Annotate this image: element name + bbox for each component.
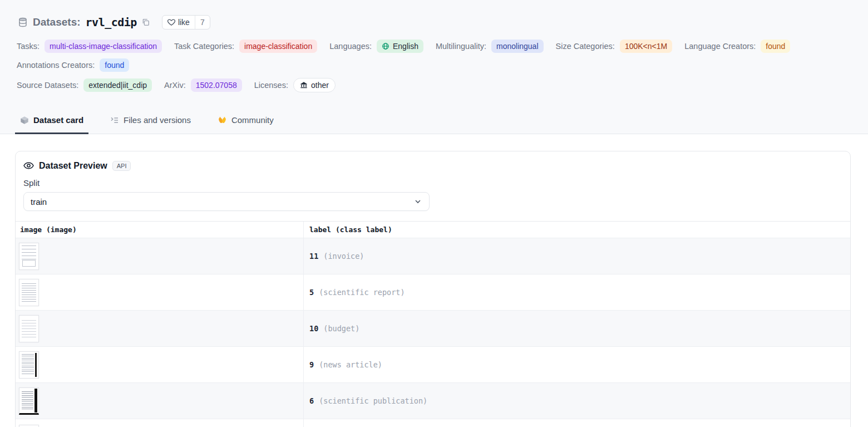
label-cell: 10 (budget) [304, 311, 850, 346]
copy-dataset-name-button[interactable] [141, 18, 150, 27]
tag-pill-label: other [311, 80, 329, 90]
tag-label: Language Creators: [684, 42, 756, 51]
eye-icon [23, 160, 34, 171]
news-article-document-thumbnail [19, 351, 39, 379]
dataset-preview-header: Dataset Preview API [16, 151, 850, 171]
column-header-label: label (class label) [304, 222, 850, 238]
label-number: 11 [309, 252, 318, 261]
tab-bar: Dataset card Files and versions Commun [0, 107, 868, 134]
tag-pill-languages[interactable]: English [377, 40, 423, 53]
cube-icon [20, 116, 29, 125]
tab-community[interactable]: Community [213, 107, 279, 134]
globe-icon [382, 42, 389, 50]
tag-group-tasks: Tasks: multi-class-image-classification [17, 40, 162, 53]
tag-pill-annotations-creators[interactable]: found [100, 58, 129, 72]
database-icon [18, 17, 28, 27]
dataset-name: rvl_cdip [86, 16, 137, 29]
tag-label: Tasks: [17, 42, 40, 51]
tag-group-licenses: Licenses: other [254, 78, 336, 92]
split-select[interactable]: train [23, 192, 430, 211]
table-row: 6 (scientific publication) [16, 383, 850, 419]
tag-label: Task Categories: [174, 42, 234, 51]
table-row: 10 (budget) [16, 311, 850, 347]
tag-pill-source-datasets[interactable]: extended|iit_cdip [83, 78, 152, 92]
tag-group-arxiv: ArXiv: 1502.07058 [164, 78, 242, 92]
scientific-report-document-thumbnail [19, 279, 39, 306]
versions-list-icon [110, 116, 119, 125]
image-cell [16, 347, 304, 382]
tags-row-2: Source Datasets: extended|iit_cdip ArXiv… [0, 78, 868, 94]
image-cell [16, 274, 304, 310]
license-bank-icon [300, 81, 308, 89]
split-label: Split [23, 178, 841, 188]
dataset-header: Datasets: rvl_cdip like 7 [0, 0, 868, 134]
label-class-name: (scientific report) [319, 288, 405, 297]
label-class-name: (budget) [323, 324, 359, 333]
image-cell [16, 383, 304, 419]
label-class-name: (scientific publication) [319, 396, 427, 405]
table-row-clipped [16, 419, 850, 427]
tag-group-languages: Languages: English [329, 40, 423, 53]
budget-document-thumbnail [19, 315, 39, 342]
label-cell: 5 (scientific report) [304, 274, 850, 310]
tags-row-1: Tasks: multi-class-image-classification … [0, 40, 868, 72]
main-content: Dataset Preview API Split train image (i… [0, 134, 868, 427]
label-number: 5 [309, 288, 314, 297]
tag-group-annotations-creators: Annotations Creators: found [17, 58, 129, 72]
table-row: 9 (news article) [16, 347, 850, 383]
table-row: 5 (scientific report) [16, 274, 850, 311]
tag-group-task-categories: Task Categories: image-classification [174, 40, 317, 53]
tag-label: Size Categories: [556, 42, 615, 51]
tab-label: Dataset card [33, 115, 83, 125]
label-number: 10 [309, 324, 318, 333]
tab-label: Files and versions [124, 115, 191, 125]
label-number: 6 [309, 396, 314, 405]
tag-group-size-categories: Size Categories: 100K<n<1M [556, 40, 673, 53]
tag-label: Languages: [329, 42, 372, 51]
image-cell [16, 419, 304, 427]
label-number: 9 [309, 360, 314, 369]
scientific-publication-document-thumbnail [19, 387, 39, 415]
table-header-row: image (image) label (class label) [16, 222, 850, 238]
tab-dataset-card[interactable]: Dataset card [15, 107, 88, 134]
tag-label: Source Datasets: [17, 81, 78, 90]
dataset-preview-title: Dataset Preview [39, 161, 107, 171]
label-class-name: (invoice) [323, 252, 364, 261]
label-cell: 6 (scientific publication) [304, 383, 850, 419]
tag-pill-tasks[interactable]: multi-class-image-classification [45, 40, 162, 53]
api-badge[interactable]: API [112, 161, 131, 171]
like-count[interactable]: 7 [195, 16, 210, 29]
tag-label: ArXiv: [164, 81, 186, 90]
tag-group-multilinguality: Multilinguality: monolingual [436, 40, 544, 53]
tag-pill-language-creators[interactable]: found [761, 40, 790, 53]
tag-pill-label: English [393, 41, 418, 51]
table-row: 11 (invoice) [16, 238, 850, 274]
label-cell: 9 (news article) [304, 347, 850, 382]
label-cell: 11 (invoice) [304, 238, 850, 274]
like-label: like [178, 18, 190, 27]
tag-group-language-creators: Language Creators: found [684, 40, 790, 53]
image-cell [16, 311, 304, 346]
label-cell [304, 419, 850, 427]
heart-icon [167, 18, 175, 26]
breadcrumb[interactable]: Datasets: [33, 16, 81, 28]
raising-hands-icon [218, 115, 227, 125]
label-class-name: (news article) [319, 360, 382, 369]
dataset-preview-card: Dataset Preview API Split train image (i… [15, 151, 851, 427]
tag-pill-licenses[interactable]: other [293, 78, 336, 92]
split-selected-value: train [31, 197, 47, 207]
tag-pill-multilinguality[interactable]: monolingual [491, 40, 544, 53]
tag-pill-arxiv[interactable]: 1502.07058 [191, 78, 242, 92]
image-cell [16, 238, 304, 274]
tag-pill-task-categories[interactable]: image-classification [239, 40, 317, 53]
copy-icon [141, 18, 150, 27]
title-row: Datasets: rvl_cdip like 7 [0, 14, 868, 30]
tag-pill-size-categories[interactable]: 100K<n<1M [620, 40, 672, 53]
tag-label: Licenses: [254, 81, 288, 90]
like-button[interactable]: like 7 [162, 15, 210, 30]
preview-table: image (image) label (class label) 11 (in… [16, 221, 850, 427]
tab-files-and-versions[interactable]: Files and versions [105, 107, 196, 134]
invoice-document-thumbnail [19, 243, 39, 270]
tag-label: Annotations Creators: [17, 61, 95, 70]
column-header-image: image (image) [16, 222, 304, 238]
